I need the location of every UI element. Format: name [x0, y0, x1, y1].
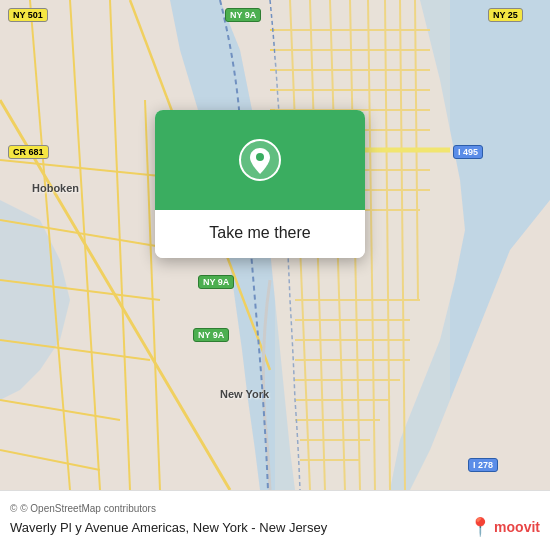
location-name: Waverly Pl y Avenue Americas, New York -… [10, 520, 327, 535]
road-badge-ny501: NY 501 [8, 8, 48, 22]
location-row: Waverly Pl y Avenue Americas, New York -… [10, 516, 540, 538]
road-badge-i278: I 278 [468, 458, 498, 472]
road-badge-ny9a-top: NY 9A [225, 8, 261, 22]
road-badge-ny9a-mid2: NY 9A [193, 328, 229, 342]
road-badge-ny25: NY 25 [488, 8, 523, 22]
place-label-new-york: New York [220, 388, 269, 400]
copyright-symbol: © [10, 503, 17, 514]
popup-card: Take me there [155, 110, 365, 258]
bottom-bar: © © OpenStreetMap contributors Waverly P… [0, 490, 550, 550]
location-pin-icon [238, 138, 282, 182]
svg-point-46 [256, 153, 264, 161]
take-me-there-button[interactable]: Take me there [171, 220, 349, 246]
moovit-logo: 📍 moovit [469, 516, 540, 538]
openstreetmap-credit: © OpenStreetMap contributors [20, 503, 156, 514]
copyright-text: © © OpenStreetMap contributors [10, 503, 540, 514]
place-label-hoboken: Hoboken [32, 182, 79, 194]
popup-button-area: Take me there [155, 210, 365, 258]
moovit-pin-icon: 📍 [469, 516, 491, 538]
moovit-brand-text: moovit [494, 519, 540, 535]
map-container: CR 681 NY 501 NY 9A NY 25 I 495 NY 9A NY… [0, 0, 550, 490]
road-badge-cr681: CR 681 [8, 145, 49, 159]
popup-green-header [155, 110, 365, 210]
road-badge-i495: I 495 [453, 145, 483, 159]
road-badge-ny9a-mid1: NY 9A [198, 275, 234, 289]
